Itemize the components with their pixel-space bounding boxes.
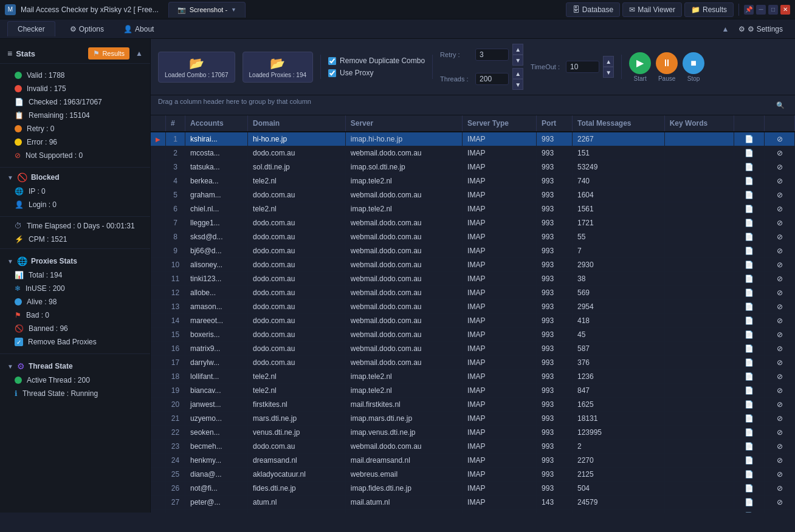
copy-icon[interactable]: ⊘ <box>777 400 783 409</box>
copy-icon[interactable]: ⊘ <box>777 414 783 423</box>
retry-up-btn[interactable]: ▲ <box>512 44 523 55</box>
copy-icon[interactable]: ⊘ <box>777 149 783 157</box>
file-icon[interactable]: 📄 <box>745 358 754 367</box>
row-copy-action[interactable]: ⊘ <box>765 426 795 440</box>
copy-icon[interactable]: ⊘ <box>777 233 783 241</box>
row-copy-action[interactable]: ⊘ <box>765 454 795 468</box>
table-row[interactable]: 4berkea...tele2.nlimap.tele2.nlIMAP99374… <box>151 174 795 188</box>
options-btn[interactable]: ⚙ Options <box>65 22 109 36</box>
row-file-action[interactable]: 📄 <box>734 384 765 398</box>
pin-btn[interactable]: 📌 <box>744 5 754 15</box>
blocked-header[interactable]: ▼ 🚫 Blocked <box>0 170 150 185</box>
table-row[interactable]: 18lollifant...tele2.nlimap.tele2.nlIMAP9… <box>151 370 795 384</box>
table-row[interactable]: 14mareeot...dodo.com.auwebmail.dodo.com.… <box>151 314 795 328</box>
load-combo-btn[interactable]: 📂 Loaded Combo : 17067 <box>158 52 235 83</box>
row-copy-action[interactable]: ⊘ <box>765 356 795 370</box>
row-copy-action[interactable]: ⊘ <box>765 328 795 342</box>
copy-icon[interactable]: ⊘ <box>777 288 783 297</box>
table-row[interactable]: 16matrix9...dodo.com.auwebmail.dodo.com.… <box>151 342 795 356</box>
data-table-container[interactable]: # Accounts Domain Server Server Type Por… <box>151 115 795 513</box>
pause-btn[interactable]: ⏸ Pause <box>656 52 678 82</box>
row-copy-action[interactable]: ⊘ <box>765 286 795 300</box>
file-icon[interactable]: 📄 <box>745 177 754 185</box>
row-file-action[interactable]: 📄 <box>734 426 765 440</box>
copy-icon[interactable]: ⊘ <box>777 275 783 283</box>
copy-icon[interactable]: ⊘ <box>777 344 783 353</box>
file-icon[interactable]: 📄 <box>745 498 754 506</box>
copy-icon[interactable]: ⊘ <box>777 261 783 269</box>
screenshot-tab-dropdown[interactable]: ▼ <box>231 7 236 13</box>
copy-icon[interactable]: ⊘ <box>777 330 783 339</box>
row-file-action[interactable]: 📄 <box>734 216 765 230</box>
table-row[interactable]: 23becmeh...dodo.com.auwebmail.dodo.com.a… <box>151 440 795 454</box>
checker-tab[interactable]: Checker <box>7 21 55 36</box>
copy-icon[interactable]: ⊘ <box>777 484 783 493</box>
minimize-btn[interactable]: ─ <box>756 5 766 15</box>
remove-bad-proxies-checkbox[interactable]: ✓ <box>15 338 23 346</box>
remove-duplicate-combo-input[interactable] <box>328 57 336 65</box>
col-keywords[interactable]: Key Words <box>664 115 734 132</box>
start-btn[interactable]: ▶ Start <box>629 52 651 82</box>
threads-down-btn[interactable]: ▼ <box>512 79 523 90</box>
row-file-action[interactable]: 📄 <box>734 370 765 384</box>
file-icon[interactable]: 📄 <box>745 288 754 297</box>
threads-input[interactable] <box>475 73 509 85</box>
table-row[interactable]: 24henkmy...dreamsand.nlmail.dreamsand.nl… <box>151 454 795 468</box>
file-icon[interactable]: 📄 <box>745 316 754 325</box>
maximize-btn[interactable]: □ <box>768 5 778 15</box>
screenshot-tab[interactable]: 📷 Screenshot - ▼ <box>168 2 246 18</box>
table-row[interactable]: 26not@fi...fides.dti.ne.jpimap.fides.dti… <box>151 482 795 496</box>
timeout-up-btn[interactable]: ▲ <box>603 56 614 67</box>
table-row[interactable]: 9bj66@d...dodo.com.auwebmail.dodo.com.au… <box>151 244 795 258</box>
file-icon[interactable]: 📄 <box>745 219 754 227</box>
load-proxies-btn[interactable]: 📂 Loaded Proxies : 194 <box>243 52 314 83</box>
file-icon[interactable]: 📄 <box>745 456 754 465</box>
table-row[interactable]: 5graham...dodo.com.auwebmail.dodo.com.au… <box>151 188 795 202</box>
file-icon[interactable]: 📄 <box>745 470 754 479</box>
row-file-action[interactable]: 📄 <box>734 300 765 314</box>
row-copy-action[interactable]: ⊘ <box>765 398 795 412</box>
table-row[interactable]: 15boxeris...dodo.com.auwebmail.dodo.com.… <box>151 328 795 342</box>
copy-icon[interactable]: ⊘ <box>777 247 783 255</box>
remove-duplicate-combo-checkbox[interactable]: Remove Duplicate Combo <box>328 56 425 65</box>
row-copy-action[interactable]: ⊘ <box>765 384 795 398</box>
timeout-input[interactable] <box>566 61 599 73</box>
row-copy-action[interactable]: ⊘ <box>765 132 795 146</box>
row-copy-action[interactable]: ⊘ <box>765 230 795 244</box>
results-btn[interactable]: 📁 Results <box>684 2 734 17</box>
copy-icon[interactable]: ⊘ <box>777 163 783 171</box>
use-proxy-input[interactable] <box>328 69 336 77</box>
table-row[interactable]: 27peter@...atum.nlmail.atum.nlIMAP143245… <box>151 496 795 510</box>
row-copy-action[interactable]: ⊘ <box>765 272 795 286</box>
row-copy-action[interactable]: ⊘ <box>765 482 795 496</box>
table-row[interactable]: 10alisoney...dodo.com.auwebmail.dodo.com… <box>151 258 795 272</box>
row-file-action[interactable]: 📄 <box>734 314 765 328</box>
table-row[interactable]: 19biancav...tele2.nlimap.tele2.nlIMAP993… <box>151 384 795 398</box>
retry-input[interactable] <box>475 49 509 61</box>
table-row[interactable]: ▶1kshirai...hi-ho.ne.jpimap.hi-ho.ne.jpI… <box>151 132 795 146</box>
row-file-action[interactable]: 📄 <box>734 146 765 160</box>
col-accounts[interactable]: Accounts <box>185 115 248 132</box>
copy-icon[interactable]: ⊘ <box>777 456 783 465</box>
col-domain[interactable]: Domain <box>248 115 346 132</box>
thread-header[interactable]: ▼ ⚙ Thread State <box>0 359 150 373</box>
table-row[interactable]: 2mcosta...dodo.com.auwebmail.dodo.com.au… <box>151 146 795 160</box>
copy-icon[interactable]: ⊘ <box>777 219 783 227</box>
file-icon[interactable]: 📄 <box>745 428 754 437</box>
row-file-action[interactable]: 📄 <box>734 412 765 426</box>
file-icon[interactable]: 📄 <box>745 414 754 423</box>
table-row[interactable]: 12allobe...dodo.com.auwebmail.dodo.com.a… <box>151 286 795 300</box>
row-file-action[interactable]: 📄 <box>734 230 765 244</box>
results-sidebar-btn[interactable]: ⚑ Results <box>88 47 129 60</box>
file-icon[interactable]: 📄 <box>745 149 754 157</box>
file-icon[interactable]: 📄 <box>745 275 754 283</box>
row-copy-action[interactable]: ⊘ <box>765 412 795 426</box>
row-copy-action[interactable]: ⊘ <box>765 510 795 513</box>
copy-icon[interactable]: ⊘ <box>777 372 783 381</box>
copy-icon[interactable]: ⊘ <box>777 498 783 506</box>
mail-viewer-btn[interactable]: ✉ Mail Viewer <box>622 2 682 17</box>
table-row[interactable]: 20janwest...firstkites.nlmail.firstkites… <box>151 398 795 412</box>
database-btn[interactable]: 🗄 Database <box>566 2 620 17</box>
row-file-action[interactable]: 📄 <box>734 160 765 174</box>
copy-icon[interactable]: ⊘ <box>777 358 783 367</box>
